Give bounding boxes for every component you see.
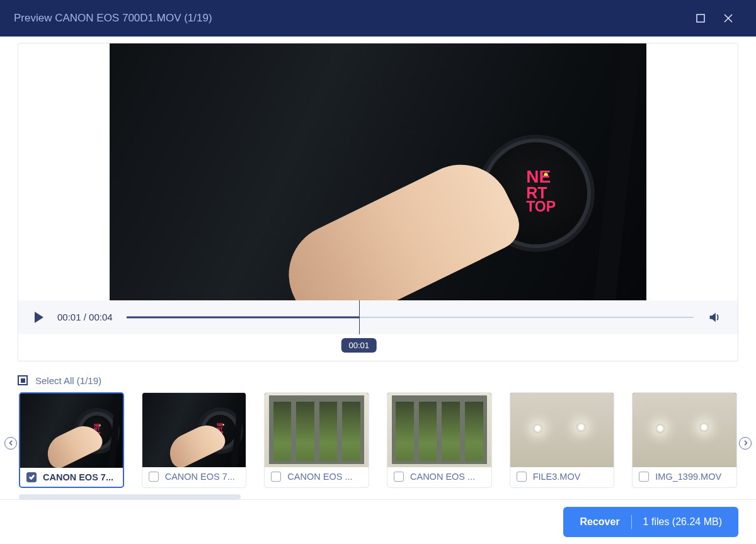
thumbnail-scrollbar[interactable] — [19, 494, 241, 499]
thumbnail-label: CANON EOS ... — [410, 472, 475, 482]
prev-page-button[interactable] — [4, 437, 17, 450]
thumbnail-label: FILE3.MOV — [533, 472, 581, 482]
svg-rect-0 — [697, 14, 704, 22]
thumbnail-strip: NERTOPCANON EOS 7...NERTOPCANON EOS 7...… — [3, 392, 753, 499]
video-viewport[interactable]: NE RT TOP — [110, 43, 646, 334]
thumbnail-image — [510, 393, 614, 467]
thumbnail-label: IMG_1399.MOV — [655, 472, 721, 482]
thumbnail-image — [387, 393, 491, 467]
seek-slider[interactable]: 00:01 — [127, 300, 694, 334]
play-button[interactable] — [35, 312, 43, 323]
timecode: 00:01 / 00:04 — [57, 312, 113, 322]
thumbnail-checkbox[interactable] — [271, 472, 281, 482]
thumbnail-label: CANON EOS 7... — [165, 472, 235, 482]
thumbnail-image — [265, 393, 369, 467]
window-title: Preview CANON EOS 700D1.MOV (1/19) — [14, 12, 212, 25]
thumbnail-label: CANON EOS 7... — [43, 472, 113, 482]
seek-tooltip: 00:01 — [341, 338, 377, 353]
thumbnail-item[interactable]: FILE3.MOV — [510, 392, 615, 488]
thumbnail-item[interactable]: IMG_1399.MOV — [632, 392, 737, 488]
thumbnail-item[interactable]: CANON EOS ... — [387, 392, 492, 488]
video-frame: NE RT TOP — [110, 43, 646, 334]
thumbnail-item[interactable]: NERTOPCANON EOS 7... — [142, 392, 247, 488]
volume-button[interactable] — [707, 310, 721, 324]
thumbnail-image: NERTOP — [142, 393, 246, 467]
preview-window: Preview CANON EOS 700D1.MOV (1/19) NE RT… — [0, 0, 756, 544]
next-page-button[interactable] — [739, 437, 752, 450]
thumbnail-image: NERTOP — [20, 394, 123, 468]
select-all-checkbox-icon — [18, 375, 28, 385]
thumbnail-checkbox[interactable] — [517, 472, 527, 482]
video-preview-panel: NE RT TOP 00:01 / 00:04 00:01 — [18, 43, 738, 361]
thumbnail-checkbox[interactable] — [639, 472, 649, 482]
title-bar: Preview CANON EOS 700D1.MOV (1/19) — [0, 0, 756, 37]
thumbnail-checkbox[interactable] — [394, 472, 404, 482]
maximize-button[interactable] — [687, 4, 714, 32]
video-controls: 00:01 / 00:04 00:01 — [18, 300, 738, 334]
thumbnail-image — [633, 393, 736, 467]
recover-button-label: Recover — [580, 516, 619, 528]
thumbnail-item[interactable]: NERTOPCANON EOS 7... — [19, 392, 124, 488]
action-bar: Recover 1 files (26.24 MB) — [0, 499, 756, 544]
select-all-toggle[interactable]: Select All (1/19) — [18, 375, 738, 386]
thumbnail-checkbox[interactable] — [26, 472, 37, 482]
close-button[interactable] — [714, 4, 742, 32]
thumbnail-checkbox[interactable] — [149, 472, 159, 482]
recover-button[interactable]: Recover 1 files (26.24 MB) — [563, 507, 738, 537]
thumbnail-label: CANON EOS ... — [287, 472, 352, 482]
thumbnail-item[interactable]: CANON EOS ... — [264, 392, 369, 488]
select-all-label: Select All (1/19) — [35, 375, 101, 386]
recover-button-info: 1 files (26.24 MB) — [643, 516, 722, 528]
